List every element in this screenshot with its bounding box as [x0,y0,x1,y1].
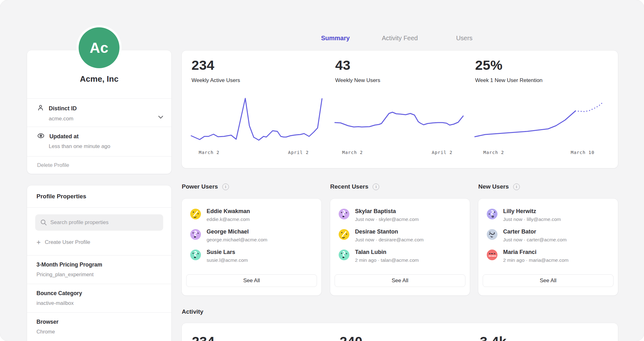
info-icon[interactable]: i [373,184,379,190]
user-row[interactable]: Carter Bator Just now · carter@acme.com [487,228,612,245]
user-detail: Just now · carter@acme.com [503,237,567,243]
user-avatar [339,209,349,219]
user-detail: susie.l@acme.com [207,257,248,263]
tab-users[interactable]: Users [432,35,497,47]
summary-metrics-card: 234 Weekly Active Users March 2 April 2 … [182,51,618,168]
updated-at-row: Updated at Less than one minute ago [27,127,171,156]
chevron-down-icon[interactable] [158,114,163,120]
company-avatar: Ac [79,27,119,68]
company-avatar-initials: Ac [90,39,108,56]
user-row[interactable]: George Michael george.michael@acme.com [190,228,315,245]
person-icon [37,104,44,113]
week1-retention-chart [474,93,606,148]
delete-profile-button[interactable]: Delete Profile [27,156,171,174]
profile-dashboard: Ac Acme, Inc Distinct ID acme.com [0,0,644,341]
weekly-new-users-chart [334,93,466,148]
distinct-id-value: acme.com [49,116,162,122]
user-detail: eddie.k@acme.com [207,217,250,222]
info-icon[interactable]: i [222,184,229,190]
metric-value: 43 [335,58,350,73]
profile-properties-title: Profile Properties [27,185,171,208]
search-icon [40,219,47,227]
metric-weekly-active-users: 234 Weekly Active Users March 2 April 2 [191,51,323,168]
activity-card: 234 240 3.4k [182,323,618,341]
property-value: Pricing_plan_experiment [36,272,162,278]
user-row[interactable]: Lilly Herwitz Just now · lilly@acme.com [487,208,612,224]
user-row[interactable]: Susie Lars susie.l@acme.com [190,249,315,265]
tab-activity-feed[interactable]: Activity Feed [368,35,432,47]
plus-icon: + [36,239,41,245]
user-detail: Just now · desirare@acme.com [355,237,424,243]
user-detail: george.michael@acme.com [207,237,267,243]
activity-section-title: Activity [182,308,203,315]
user-row[interactable]: Maria Franci 2 min ago · maria@acme.com [487,249,612,265]
tab-summary-label: Summary [321,35,350,41]
user-name: Desirae Stanton [355,228,424,235]
eye-icon [37,133,45,140]
user-detail: 2 min ago · maria@acme.com [503,257,569,263]
user-avatar [190,209,201,219]
x-axis-label: March 2 [199,150,219,155]
x-axis-label: March 10 [571,150,594,155]
profile-properties-card: Profile Properties + Create User Profile… [27,185,171,341]
property-row[interactable]: 3-Month Pricing Program Pricing_plan_exp… [27,255,171,284]
recent-users-card: Skylar Baptista Just now · skyler@acme.c… [330,199,470,295]
section-title: Recent Users [330,183,368,190]
metric-weekly-new-users: 43 Weekly New Users March 2 April 2 [334,51,466,168]
user-name: Eddie Kwakman [207,208,250,215]
see-all-button[interactable]: See All [335,274,465,287]
search-input[interactable] [35,214,163,231]
see-all-button[interactable]: See All [483,274,613,287]
x-axis-label: March 2 [483,150,504,155]
user-avatar [190,250,201,260]
property-row[interactable]: Browser Chrome [27,312,171,341]
x-axis-label: April 2 [288,150,309,155]
activity-stat: 240 [340,334,363,341]
user-detail: Just now · skyler@acme.com [355,217,419,222]
power-users-card: Eddie Kwakman eddie.k@acme.com George Mi… [182,199,321,295]
property-name: Bounce Category [36,290,162,297]
updated-at-value: Less than one minute ago [49,143,162,150]
user-avatar [487,229,497,240]
profile-properties-list: 3-Month Pricing Program Pricing_plan_exp… [27,255,171,341]
property-row[interactable]: Bounce Category inactive-mailbox [27,284,171,312]
create-user-profile-label: Create User Profile [45,239,90,245]
user-row[interactable]: Skylar Baptista Just now · skyler@acme.c… [339,208,464,224]
power-users-heading: Power Users i [182,183,229,190]
user-name: Talan Lubin [355,249,419,256]
distinct-id-label: Distinct ID [49,105,77,112]
section-title: New Users [478,183,509,190]
user-avatar [339,250,349,260]
updated-at-label: Updated at [49,133,79,140]
tab-activity-feed-label: Activity Feed [382,35,418,41]
distinct-id-row[interactable]: Distinct ID acme.com [27,98,171,127]
user-name: Lilly Herwitz [503,208,561,215]
section-title: Power Users [182,183,218,190]
x-axis-label: March 2 [342,150,363,155]
new-users-card: Lilly Herwitz Just now · lilly@acme.com … [478,199,618,295]
metric-label: Weekly New Users [335,77,380,84]
user-row[interactable]: Talan Lubin 2 min ago · talan@acme.com [339,249,464,265]
user-name: Maria Franci [503,249,569,256]
user-avatar [190,229,201,240]
user-detail: 2 min ago · talan@acme.com [355,257,419,263]
tab-users-label: Users [456,35,472,41]
see-all-button[interactable]: See All [186,274,317,287]
user-row[interactable]: Desirae Stanton Just now · desirare@acme… [339,228,464,245]
new-users-heading: New Users i [478,183,520,190]
user-name: George Michael [207,228,267,235]
activity-stat: 234 [192,334,215,341]
tab-bar: Summary Activity Feed Users [303,35,497,47]
property-value: Chrome [36,329,162,335]
metric-value: 25% [475,58,502,73]
user-avatar [487,209,497,219]
property-name: 3-Month Pricing Program [36,261,162,268]
user-name: Susie Lars [207,249,248,256]
user-avatar [339,229,349,240]
info-icon[interactable]: i [513,184,520,190]
create-user-profile-button[interactable]: + Create User Profile [36,238,171,247]
recent-users-heading: Recent Users i [330,183,379,190]
company-name: Acme, Inc [27,74,171,84]
user-row[interactable]: Eddie Kwakman eddie.k@acme.com [190,208,315,224]
tab-summary[interactable]: Summary [303,35,368,47]
